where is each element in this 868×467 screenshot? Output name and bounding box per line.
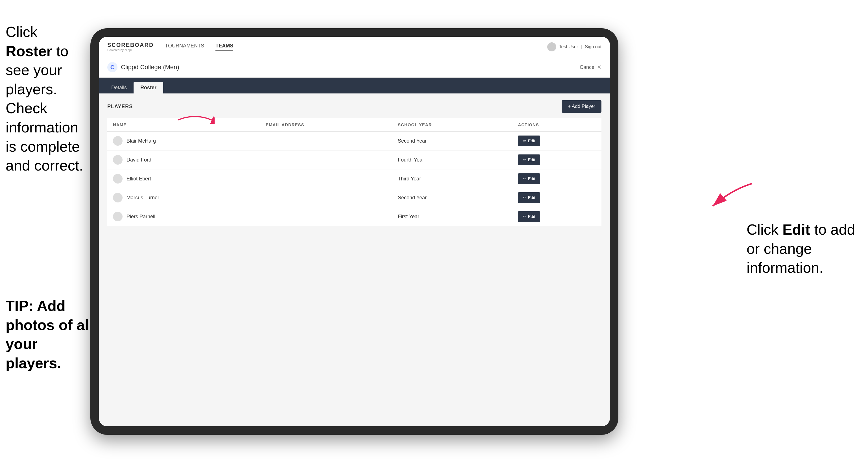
- player-email-cell: [260, 151, 392, 169]
- player-email-cell: [260, 169, 392, 188]
- player-school-year-cell: Second Year: [392, 188, 513, 207]
- nav-links: TOURNAMENTS TEAMS: [165, 43, 547, 51]
- edit-bold: Edit: [782, 221, 810, 238]
- col-header-school-year: SCHOOL YEAR: [392, 118, 513, 131]
- right-instructions: Click Edit to add or change information.: [747, 220, 865, 278]
- player-email-cell: [260, 207, 392, 226]
- tablet-device: SCOREBOARD Powered by clippi TOURNAMENTS…: [90, 28, 618, 435]
- edit-player-button[interactable]: ✏ Edit: [518, 154, 540, 165]
- players-table: NAME EMAIL ADDRESS SCHOOL YEAR ACTIONS B…: [107, 118, 601, 226]
- tab-details[interactable]: Details: [104, 82, 133, 93]
- edit-player-button[interactable]: ✏ Edit: [518, 192, 540, 203]
- edit-player-button[interactable]: ✏ Edit: [518, 211, 540, 222]
- player-actions-cell: ✏ Edit: [512, 207, 601, 226]
- main-content: PLAYERS + Add Player NAME EMAIL ADDRESS …: [99, 93, 610, 426]
- player-actions-cell: ✏ Edit: [512, 169, 601, 188]
- nav-tournaments[interactable]: TOURNAMENTS: [165, 43, 204, 51]
- player-name-cell: David Ford: [107, 151, 260, 169]
- logo-title: SCOREBOARD: [107, 42, 154, 48]
- player-name-cell: Blair McHarg: [107, 131, 260, 151]
- table-row: David FordFourth Year✏ Edit: [107, 151, 601, 169]
- nav-user-area: Test User | Sign out: [547, 42, 601, 52]
- table-row: Marcus TurnerSecond Year✏ Edit: [107, 188, 601, 207]
- team-name-area: C Clippd College (Men): [107, 62, 179, 72]
- player-avatar: [113, 212, 123, 221]
- player-avatar: [113, 193, 123, 203]
- navbar: SCOREBOARD Powered by clippi TOURNAMENTS…: [99, 37, 610, 57]
- tablet-screen: SCOREBOARD Powered by clippi TOURNAMENTS…: [99, 37, 610, 426]
- tabs-bar: Details Roster: [99, 77, 610, 93]
- player-school-year-cell: Fourth Year: [392, 151, 513, 169]
- player-email-cell: [260, 131, 392, 151]
- instruction-text: Click Roster to see your players. Check …: [6, 24, 83, 174]
- table-row: Elliot EbertThird Year✏ Edit: [107, 169, 601, 188]
- team-logo-icon: C: [107, 62, 118, 72]
- logo-area: SCOREBOARD Powered by clippi: [107, 42, 154, 52]
- roster-bold: Roster: [6, 43, 52, 59]
- tab-roster[interactable]: Roster: [133, 82, 163, 93]
- player-email-cell: [260, 188, 392, 207]
- sign-out-link[interactable]: Sign out: [585, 44, 601, 50]
- player-school-year-cell: First Year: [392, 207, 513, 226]
- player-avatar: [113, 155, 123, 165]
- edit-arrow: [699, 181, 755, 215]
- edit-player-button[interactable]: ✏ Edit: [518, 174, 540, 184]
- player-avatar: [113, 136, 123, 146]
- player-name-cell: Elliot Ebert: [107, 169, 260, 188]
- team-header: C Clippd College (Men) Cancel ✕: [99, 57, 610, 77]
- col-header-actions: ACTIONS: [512, 118, 601, 131]
- nav-teams[interactable]: TEAMS: [215, 43, 233, 51]
- cancel-button[interactable]: Cancel ✕: [580, 64, 601, 70]
- add-player-button[interactable]: + Add Player: [562, 100, 601, 113]
- roster-arrow: [175, 110, 215, 130]
- logo-subtitle: Powered by clippi: [107, 48, 154, 52]
- players-label: PLAYERS: [107, 104, 133, 110]
- player-actions-cell: ✏ Edit: [512, 131, 601, 151]
- player-name-cell: Marcus Turner: [107, 188, 260, 207]
- left-instructions: Click Roster to see your players. Check …: [6, 23, 88, 175]
- col-header-email: EMAIL ADDRESS: [260, 118, 392, 131]
- player-actions-cell: ✏ Edit: [512, 151, 601, 169]
- player-actions-cell: ✏ Edit: [512, 188, 601, 207]
- player-school-year-cell: Second Year: [392, 131, 513, 151]
- player-avatar: [113, 174, 123, 184]
- edit-player-button[interactable]: ✏ Edit: [518, 135, 540, 146]
- tip-text: TIP: Add photos of all your players.: [6, 297, 93, 373]
- team-name: Clippd College (Men): [121, 64, 179, 71]
- user-avatar-icon: [547, 42, 556, 52]
- user-name: Test User: [559, 44, 578, 50]
- table-row: Piers ParnellFirst Year✏ Edit: [107, 207, 601, 226]
- player-school-year-cell: Third Year: [392, 169, 513, 188]
- player-name-cell: Piers Parnell: [107, 207, 260, 226]
- table-row: Blair McHargSecond Year✏ Edit: [107, 131, 601, 151]
